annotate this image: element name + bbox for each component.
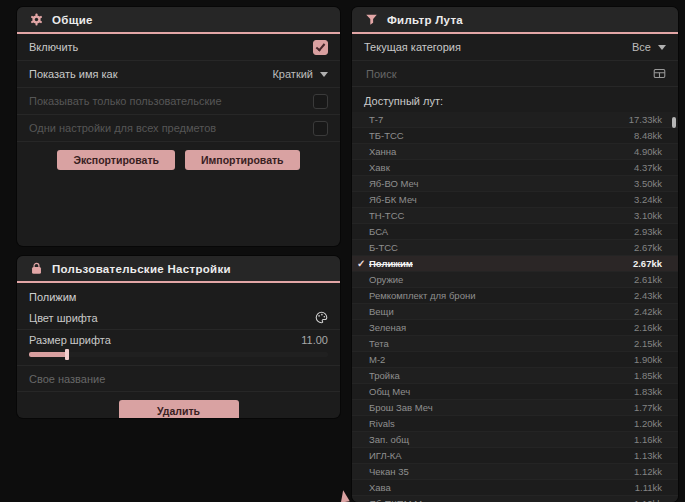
loot-item-price: 1.13kk bbox=[634, 450, 662, 461]
loot-item-name: Хава bbox=[369, 482, 391, 493]
category-dropdown[interactable]: Все bbox=[632, 41, 666, 53]
loot-item-row[interactable]: Оружие 2.61kk bbox=[352, 272, 678, 288]
slider-fill bbox=[29, 352, 69, 357]
font-size-block: Размер шрифта 11.00 bbox=[17, 330, 340, 366]
loot-item-row[interactable]: БСА 2.93kk bbox=[352, 224, 678, 240]
loot-item-price: 4.37kk bbox=[634, 162, 662, 173]
name-mode-label: Показать имя как bbox=[29, 68, 118, 80]
loot-item-row[interactable]: Яб-БК Меч 3.24kk bbox=[352, 192, 678, 208]
only-custom-row: Показывать только пользовательские bbox=[17, 88, 340, 115]
panel-title: Общие bbox=[52, 14, 93, 26]
loot-item-row[interactable]: Т-7 17.33kk bbox=[352, 112, 678, 128]
font-color-row: Цвет шрифта bbox=[17, 306, 340, 330]
loot-item-row[interactable]: Хава 1.11kk bbox=[352, 480, 678, 496]
loot-item-row[interactable]: М-2 1.90kk bbox=[352, 352, 678, 368]
loot-item-name: Ханна bbox=[369, 146, 396, 157]
gear-icon bbox=[30, 13, 43, 26]
loot-item-row[interactable]: Вещи 2.42kk bbox=[352, 304, 678, 320]
loot-list: Т-7 17.33kk ТБ-ТСС 8.48kk Ханна 4.90kk Х… bbox=[352, 112, 678, 502]
loot-item-price: 2.42kk bbox=[634, 306, 662, 317]
slider-handle[interactable] bbox=[65, 349, 69, 360]
delete-button[interactable]: Удалить bbox=[119, 400, 239, 418]
loot-item-name: Яб-ПКПМ Меч bbox=[369, 498, 432, 502]
delete-row: Удалить bbox=[17, 400, 340, 418]
loot-item-name: Брош Зав Меч bbox=[369, 402, 433, 413]
loot-item-row[interactable]: Яб-ПКПМ Меч 1.10kk bbox=[352, 496, 678, 502]
loot-item-row[interactable]: ТБ-ТСС 8.48kk bbox=[352, 128, 678, 144]
cursor-icon bbox=[339, 489, 350, 502]
bag-settings-icon bbox=[30, 262, 43, 275]
export-button[interactable]: Экспортировать bbox=[57, 150, 175, 170]
loot-item-price: 2.67kk bbox=[634, 242, 662, 253]
name-mode-dropdown[interactable]: Краткий bbox=[272, 68, 328, 80]
loot-item-row[interactable]: Брош Зав Меч 1.77kk bbox=[352, 400, 678, 416]
table-icon[interactable] bbox=[653, 67, 666, 80]
chevron-down-icon bbox=[658, 45, 666, 50]
scrollbar-thumb[interactable] bbox=[672, 117, 676, 128]
loot-item-name: Ремкомплект для брони bbox=[369, 290, 475, 301]
category-row: Текущая категория Все bbox=[352, 34, 678, 61]
loot-item-row[interactable]: ИГЛ-КА 1.13kk bbox=[352, 448, 678, 464]
search-input[interactable] bbox=[364, 67, 645, 81]
loot-item-name: Хавк bbox=[369, 162, 390, 173]
loot-item-price: 2.67kk bbox=[633, 258, 662, 269]
loot-item-price: 3.10kk bbox=[634, 210, 662, 221]
same-settings-checkbox[interactable] bbox=[313, 121, 328, 136]
panel-title: Фильтр Лута bbox=[387, 14, 463, 26]
custom-name-input[interactable] bbox=[17, 366, 340, 392]
loot-item-price: 1.85kk bbox=[634, 370, 662, 381]
loot-item-row[interactable]: Чекан 35 1.12kk bbox=[352, 464, 678, 480]
loot-item-price: 1.77kk bbox=[634, 402, 662, 413]
loot-item-name: Т-7 bbox=[369, 114, 383, 125]
loot-filter-header: Фильтр Лута bbox=[352, 7, 678, 34]
loot-item-row[interactable]: Rivals 1.20kk bbox=[352, 416, 678, 432]
search-row bbox=[352, 61, 678, 87]
loot-item-price: 3.24kk bbox=[634, 194, 662, 205]
loot-item-row[interactable]: Ремкомплект для брони 2.43kk bbox=[352, 288, 678, 304]
loot-item-price: 4.90kk bbox=[634, 146, 662, 157]
scrollbar bbox=[672, 112, 676, 502]
loot-item-row[interactable]: Зап. общ 1.16kk bbox=[352, 432, 678, 448]
loot-item-name: Яб-БК Меч bbox=[369, 194, 417, 205]
loot-item-price: 2.43kk bbox=[634, 290, 662, 301]
loot-item-row[interactable]: Тета 2.15kk bbox=[352, 336, 678, 352]
name-mode-row: Показать имя как Краткий bbox=[17, 61, 340, 88]
loot-item-name: Зап. общ bbox=[369, 434, 409, 445]
loot-item-row[interactable]: Яб-ВО Меч 3.50kk bbox=[352, 176, 678, 192]
selected-item-label: Полижим bbox=[17, 283, 340, 306]
loot-item-name: Rivals bbox=[369, 418, 395, 429]
loot-item-price: 1.20kk bbox=[634, 418, 662, 429]
category-value: Все bbox=[632, 41, 651, 53]
loot-item-row[interactable]: Б-ТСС 2.67kk bbox=[352, 240, 678, 256]
name-mode-value: Краткий bbox=[272, 68, 313, 80]
loot-item-name: ИГЛ-КА bbox=[369, 450, 402, 461]
only-custom-label: Показывать только пользовательские bbox=[29, 95, 222, 107]
import-button[interactable]: Импортировать bbox=[185, 150, 300, 170]
custom-settings-panel: Пользовательские Настройки Полижим Цвет … bbox=[17, 256, 340, 418]
loot-item-name: Оружие bbox=[369, 274, 403, 285]
enable-checkbox[interactable] bbox=[313, 40, 328, 55]
loot-item-name: Чекан 35 bbox=[369, 466, 409, 477]
loot-item-price: 1.11kk bbox=[635, 482, 662, 493]
loot-item-price: 2.93kk bbox=[634, 226, 662, 237]
loot-item-name: М-2 bbox=[369, 354, 385, 365]
loot-item-name: Вещи bbox=[369, 306, 394, 317]
loot-item-name: Полижим bbox=[369, 258, 413, 269]
font-color-label: Цвет шрифта bbox=[29, 312, 98, 324]
loot-item-name: Тета bbox=[369, 338, 389, 349]
loot-item-row[interactable]: Хавк 4.37kk bbox=[352, 160, 678, 176]
loot-item-price: 2.16kk bbox=[634, 322, 662, 333]
loot-item-row[interactable]: Общ Меч 1.83kk bbox=[352, 384, 678, 400]
palette-icon[interactable] bbox=[315, 311, 328, 324]
loot-item-name: Зеленая bbox=[369, 322, 406, 333]
font-size-slider[interactable] bbox=[29, 352, 328, 357]
loot-item-row[interactable]: Ханна 4.90kk bbox=[352, 144, 678, 160]
custom-settings-header: Пользовательские Настройки bbox=[17, 256, 340, 283]
loot-item-price: 1.83kk bbox=[634, 386, 662, 397]
only-custom-checkbox[interactable] bbox=[313, 94, 328, 109]
loot-item-row[interactable]: ТН-ТСС 3.10kk bbox=[352, 208, 678, 224]
loot-item-row[interactable]: Тройка 1.85kk bbox=[352, 368, 678, 384]
loot-item-row[interactable]: Зеленая 2.16kk bbox=[352, 320, 678, 336]
panel-title: Пользовательские Настройки bbox=[52, 263, 231, 275]
loot-item-row[interactable]: Полижим 2.67kk bbox=[352, 256, 678, 272]
